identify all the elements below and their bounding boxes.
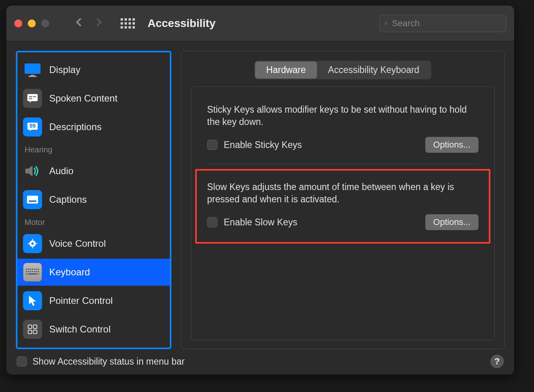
help-button[interactable]: ? xyxy=(490,355,504,368)
content-pane: Hardware Accessibility Keyboard Sticky K… xyxy=(181,51,505,349)
svg-rect-38 xyxy=(38,273,39,275)
svg-rect-25 xyxy=(32,269,33,270)
forward-button[interactable] xyxy=(93,16,104,31)
window-title: Accessibility xyxy=(148,17,215,30)
svg-marker-6 xyxy=(30,100,32,103)
svg-rect-3 xyxy=(31,75,35,76)
svg-rect-36 xyxy=(26,273,27,275)
show-status-menubar-label: Show Accessibility status in menu bar xyxy=(33,356,185,367)
svg-rect-9 xyxy=(29,98,32,99)
sidebar-category-motor: Motor xyxy=(17,215,170,229)
enable-slow-keys-checkbox[interactable] xyxy=(207,217,217,227)
enable-sticky-keys-label: Enable Sticky Keys xyxy=(224,140,302,150)
svg-rect-31 xyxy=(30,271,31,272)
sidebar-item-label: Switch Control xyxy=(49,324,111,335)
tab-accessibility-keyboard[interactable]: Accessibility Keyboard xyxy=(317,61,430,79)
svg-rect-7 xyxy=(29,96,32,97)
svg-rect-42 xyxy=(28,330,32,334)
svg-rect-24 xyxy=(30,269,31,270)
sidebar-category-hearing: Hearing xyxy=(17,142,170,156)
hardware-panel: Sticky Keys allows modifier keys to be s… xyxy=(191,86,495,340)
svg-rect-15 xyxy=(29,200,36,202)
slow-keys-options-button[interactable]: Options... xyxy=(425,214,478,230)
svg-rect-20 xyxy=(28,243,29,244)
voice-control-icon xyxy=(23,234,42,253)
svg-rect-32 xyxy=(32,271,33,272)
sidebar-item-label: Display xyxy=(49,64,81,75)
sidebar-item-display[interactable]: Display xyxy=(17,56,170,83)
descriptions-icon: 99 xyxy=(23,117,42,136)
sidebar-item-captions[interactable]: Captions xyxy=(17,186,170,213)
pointer-control-icon xyxy=(23,291,42,310)
svg-rect-41 xyxy=(33,325,37,329)
svg-rect-34 xyxy=(36,271,37,272)
svg-rect-21 xyxy=(36,243,37,244)
section-divider xyxy=(207,164,478,164)
svg-rect-28 xyxy=(38,269,39,270)
enable-slow-keys-label: Enable Slow Keys xyxy=(224,217,297,228)
svg-rect-33 xyxy=(34,271,35,272)
audio-icon xyxy=(23,161,42,181)
close-window-button[interactable] xyxy=(14,19,22,27)
search-field[interactable] xyxy=(379,15,506,32)
minimize-window-button[interactable] xyxy=(28,19,36,27)
keyboard-icon xyxy=(23,263,42,282)
back-button[interactable] xyxy=(74,16,85,31)
sticky-keys-description: Sticky Keys allows modifier keys to be s… xyxy=(207,104,478,128)
sidebar-item-keyboard[interactable]: Keyboard xyxy=(17,259,170,286)
svg-rect-23 xyxy=(28,269,29,270)
show-status-menubar-checkbox[interactable] xyxy=(17,356,27,367)
sidebar-item-pointer-control[interactable]: Pointer Control xyxy=(17,287,170,314)
svg-marker-39 xyxy=(29,296,36,306)
svg-rect-40 xyxy=(28,325,32,329)
svg-point-17 xyxy=(31,242,34,245)
sidebar-focus-ring: Display Spoken Content 99 Descriptions H… xyxy=(16,51,171,349)
slow-keys-description: Slow Keys adjusts the amount of time bet… xyxy=(207,181,478,206)
slow-keys-highlight: Slow Keys adjusts the amount of time bet… xyxy=(195,169,490,244)
svg-rect-27 xyxy=(36,269,37,270)
svg-rect-30 xyxy=(28,271,29,272)
tab-hardware[interactable]: Hardware xyxy=(255,61,317,79)
sidebar-item-audio[interactable]: Audio xyxy=(17,158,170,184)
svg-rect-4 xyxy=(29,76,36,77)
sidebar-item-switch-control[interactable]: Switch Control xyxy=(17,316,170,343)
display-icon xyxy=(23,60,42,79)
sidebar-item-label: Voice Control xyxy=(49,238,106,249)
sidebar-item-descriptions[interactable]: 99 Descriptions xyxy=(17,113,170,140)
svg-rect-19 xyxy=(32,247,33,248)
svg-rect-14 xyxy=(27,196,38,204)
sticky-keys-section: Sticky Keys allows modifier keys to be s… xyxy=(207,101,478,155)
show-all-icon[interactable] xyxy=(121,18,135,29)
nav-arrows xyxy=(74,16,104,31)
svg-marker-13 xyxy=(25,165,33,177)
svg-line-1 xyxy=(387,24,388,25)
titlebar: Accessibility xyxy=(6,6,514,41)
window-controls xyxy=(14,19,49,27)
search-input[interactable] xyxy=(392,18,501,29)
svg-rect-5 xyxy=(27,94,38,101)
tab-bar: Hardware Accessibility Keyboard xyxy=(191,61,495,79)
svg-rect-18 xyxy=(32,239,33,240)
search-icon xyxy=(384,19,388,28)
svg-rect-2 xyxy=(25,63,40,74)
sidebar-item-spoken-content[interactable]: Spoken Content xyxy=(17,85,170,112)
svg-point-0 xyxy=(385,22,387,24)
sidebar-item-label: Captions xyxy=(49,194,87,205)
switch-control-icon xyxy=(23,320,42,339)
svg-marker-11 xyxy=(30,129,32,131)
spoken-content-icon xyxy=(23,89,42,108)
tab-group: Hardware Accessibility Keyboard xyxy=(254,61,431,79)
svg-rect-29 xyxy=(26,271,27,272)
svg-rect-43 xyxy=(33,330,37,334)
zoom-window-button[interactable] xyxy=(41,19,49,27)
sticky-keys-options-button[interactable]: Options... xyxy=(425,137,478,153)
svg-rect-35 xyxy=(38,271,39,272)
preferences-window: Accessibility Display Spoke xyxy=(6,6,514,375)
sidebar[interactable]: Display Spoken Content 99 Descriptions H… xyxy=(17,55,170,345)
sidebar-item-label: Audio xyxy=(49,165,73,177)
enable-sticky-keys-checkbox[interactable] xyxy=(207,140,217,150)
svg-rect-37 xyxy=(28,273,37,275)
sidebar-item-voice-control[interactable]: Voice Control xyxy=(17,230,170,257)
sidebar-item-label: Keyboard xyxy=(49,267,90,278)
slow-keys-section: Slow Keys adjusts the amount of time bet… xyxy=(207,179,478,233)
